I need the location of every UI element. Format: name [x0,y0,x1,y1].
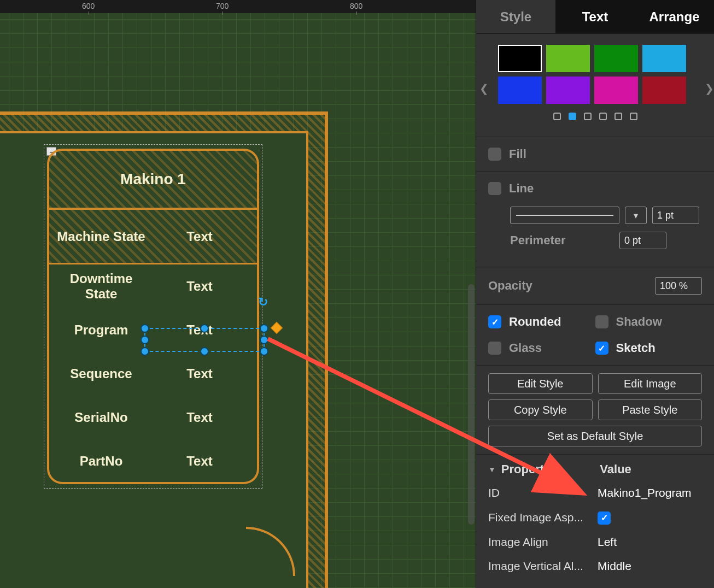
rotate-icon[interactable]: ↻ [258,295,268,309]
glass-label: Glass [509,341,542,355]
row-value[interactable]: Text [148,454,251,469]
fill-label: Fill [509,147,526,161]
prop-label: ID [488,486,598,499]
fill-section: Fill [476,137,714,171]
prop-row-image-align[interactable]: Image Align Left [488,536,702,549]
ruler-tick: 600 [82,2,95,10]
color-swatch[interactable] [546,45,590,72]
tab-style[interactable]: Style [476,0,555,33]
row-serialno[interactable]: SerialNo Text [49,396,257,439]
row-label: SerialNo [55,410,148,425]
resize-handle[interactable] [260,347,268,356]
color-palette: ❮ ❯ [476,34,714,137]
pager-dot[interactable] [614,113,622,120]
resize-handle[interactable] [260,336,268,344]
color-swatch[interactable] [642,45,686,72]
resize-handle[interactable] [141,347,149,356]
resize-handle[interactable] [200,324,209,333]
row-label: Downtime State [55,271,148,301]
chevron-left-icon[interactable]: ❮ [479,82,489,95]
disclosure-triangle-icon[interactable]: ▼ [488,465,496,474]
fixed-aspect-checkbox[interactable]: ✓ [598,511,611,525]
prop-row-image-valign[interactable]: Image Vertical Al... Middle [488,560,702,573]
row-label: Program [55,322,148,338]
tab-text[interactable]: Text [555,0,635,33]
color-swatch[interactable] [594,45,638,72]
ruler-tick: 800 [350,2,362,10]
line-section: Line ▾ 1 pt Perimeter 0 pt [476,171,714,267]
prop-label: Image Vertical Al... [488,560,598,573]
shadow-checkbox[interactable] [595,315,608,328]
fill-checkbox[interactable] [488,148,501,161]
resize-handle[interactable] [200,347,209,356]
line-label: Line [509,181,534,196]
row-partno[interactable]: PartNo Text [49,439,257,483]
edit-image-button[interactable]: Edit Image [598,373,703,394]
prop-label: Fixed Image Asp... [488,511,598,524]
pager-dot[interactable] [584,113,592,120]
line-style-dropdown[interactable]: ▾ [625,207,647,224]
prop-value[interactable]: Middle [598,560,702,573]
value-header: Value [600,462,631,477]
pager-dot[interactable] [599,113,607,120]
prop-row-fixed-aspect[interactable]: Fixed Image Asp... ✓ [488,510,702,525]
machine-card[interactable]: Makino 1 Machine State Text Downtime Sta… [47,149,259,484]
chevron-right-icon[interactable]: ❯ [705,82,714,95]
drawing-canvas[interactable]: – Makino 1 Machine State Text Downtime S… [0,13,476,588]
card-title[interactable]: Makino 1 [47,149,259,210]
row-machine-state[interactable]: Machine State Text [49,210,257,264]
perimeter-field[interactable]: 0 pt [619,232,666,249]
line-width-field[interactable]: 1 pt [652,207,699,224]
color-swatch[interactable] [594,77,638,104]
prop-value[interactable]: Left [598,536,702,549]
pager-dot[interactable] [553,113,561,120]
property-section: ▼ Property Value ID Makino1_Program Fixe… [476,454,714,573]
row-value[interactable]: Text [148,366,251,381]
row-downtime-state[interactable]: Downtime State Text [49,264,257,308]
row-label: Sequence [55,366,148,381]
prop-value[interactable]: Makino1_Program [598,486,702,499]
color-swatch[interactable] [498,77,542,104]
style-buttons: Edit Style Edit Image Copy Style Paste S… [476,365,714,454]
color-swatch[interactable] [498,45,542,72]
row-value[interactable]: Text [148,229,251,244]
opacity-section: Opacity 100 % [476,267,714,304]
style-flags: ✓ Rounded Shadow Glass ✓ Sketch [476,304,714,365]
ruler-tick: 700 [216,2,229,10]
prop-label: Image Align [488,536,598,549]
rounded-label: Rounded [509,315,561,329]
shadow-label: Shadow [616,315,662,329]
row-sequence[interactable]: Sequence Text [49,352,257,396]
color-swatch[interactable] [546,77,590,104]
paste-style-button[interactable]: Paste Style [598,399,703,420]
resize-handle[interactable] [141,324,149,333]
canvas-area[interactable]: 600 700 800 – Makino 1 Machine State Tex… [0,0,476,588]
edit-style-button[interactable]: Edit Style [488,373,593,394]
copy-style-button[interactable]: Copy Style [488,399,593,420]
scrollbar-vertical[interactable] [468,284,475,525]
color-swatch[interactable] [642,77,686,104]
opacity-field[interactable]: 100 % [655,277,702,295]
format-panel: Style Text Arrange ❮ ❯ Fill [476,0,714,588]
opacity-label: Opacity [488,279,532,293]
row-value[interactable]: Text [148,279,251,294]
prop-row-id[interactable]: ID Makino1_Program [488,486,702,499]
property-header: Property [501,462,551,477]
glass-checkbox[interactable] [488,342,501,355]
tab-arrange[interactable]: Arrange [635,0,714,33]
row-value[interactable]: Text [148,410,251,425]
row-label: PartNo [55,454,148,469]
panel-tabs: Style Text Arrange [476,0,714,34]
resize-handle[interactable] [260,324,268,333]
pager-dot[interactable] [630,113,637,120]
pager-dot[interactable] [569,113,576,120]
rounded-checkbox[interactable]: ✓ [488,315,501,328]
palette-pager [482,104,709,131]
line-checkbox[interactable] [488,182,501,195]
sketch-checkbox[interactable]: ✓ [595,342,608,355]
line-style-select[interactable] [510,207,619,224]
resize-handle[interactable] [141,336,149,344]
selected-shape-outline[interactable]: ↻ [144,328,265,352]
default-style-button[interactable]: Set as Default Style [488,426,702,446]
perimeter-label: Perimeter [510,233,614,248]
